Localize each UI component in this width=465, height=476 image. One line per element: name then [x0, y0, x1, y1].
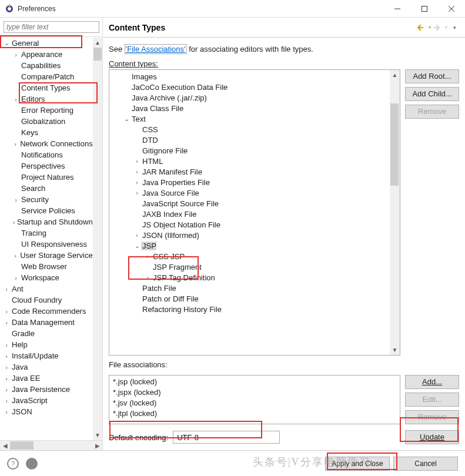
content-type-item[interactable]: JaCoCo Execution Data File [109, 82, 390, 92]
sidebar-item[interactable]: ›Install/Update [0, 350, 93, 361]
minimize-button[interactable] [384, 0, 411, 18]
content-type-item[interactable]: DTD [109, 135, 390, 145]
nav-forward-menu-icon[interactable]: ▾ [444, 23, 449, 32]
tree-twisty-icon[interactable]: › [133, 168, 141, 175]
tree-twisty-icon[interactable]: › [12, 274, 20, 281]
content-types-tree[interactable]: ImagesJaCoCo Execution Data FileJava Arc… [109, 70, 390, 355]
tree-twisty-icon[interactable]: › [12, 252, 19, 259]
content-type-item[interactable]: CSS [109, 124, 390, 135]
close-button[interactable] [438, 0, 465, 18]
sidebar-item[interactable]: ›Editors [0, 93, 93, 105]
content-type-item[interactable]: JavaScript Source File [109, 198, 390, 209]
nav-forward-icon[interactable] [433, 23, 443, 32]
sidebar-item[interactable]: ›Help [0, 339, 93, 350]
tree-twisty-icon[interactable]: › [133, 157, 141, 165]
tree-twisty-icon[interactable]: › [133, 179, 141, 186]
content-type-item[interactable]: JSP Fragment [109, 262, 390, 272]
sidebar-item[interactable]: ›Ant [0, 283, 93, 294]
scroll-left-icon[interactable]: ◀ [0, 441, 10, 450]
file-association-item[interactable]: *.jsv (locked) [113, 398, 396, 409]
sidebar-item[interactable]: ›Network Connections [0, 138, 93, 149]
sidebar-item[interactable]: Search [0, 183, 93, 194]
preferences-tree[interactable]: ⌄General›AppearanceCapabilitiesCompare/P… [0, 38, 93, 440]
content-type-item[interactable]: Patch File [109, 283, 390, 293]
tree-twisty-icon[interactable]: › [2, 341, 11, 348]
tree-twisty-icon[interactable]: › [133, 232, 141, 239]
file-association-item[interactable]: *.jspx (locked) [113, 388, 396, 398]
cancel-button[interactable]: Cancel [393, 457, 458, 471]
update-button[interactable]: Update [405, 430, 459, 444]
sidebar-item[interactable]: ›Startup and Shutdown [0, 216, 93, 227]
nav-back-menu-icon[interactable]: ▾ [427, 23, 432, 32]
tree-twisty-icon[interactable]: › [2, 364, 11, 371]
sidebar-item[interactable]: ›JSON [0, 406, 93, 417]
tree-twisty-icon[interactable]: › [2, 375, 11, 382]
sidebar-item[interactable]: ›Java [0, 361, 93, 373]
sidebar-hscrollbar[interactable]: ◀ ▶ [0, 440, 102, 450]
sidebar-item[interactable]: Compare/Patch [0, 71, 93, 82]
sidebar-item[interactable]: Service Policies [0, 205, 93, 216]
file-associations-list[interactable]: *.jsp (locked)*.jspx (locked)*.jsv (lock… [109, 375, 400, 424]
tree-twisty-icon[interactable]: › [12, 140, 19, 148]
sidebar-item[interactable]: UI Responsiveness [0, 239, 93, 250]
content-type-item[interactable]: JS Object Notation File [109, 219, 390, 230]
tree-twisty-icon[interactable]: › [2, 319, 11, 326]
remove-association-button[interactable]: Remove [405, 410, 459, 424]
scroll-up-icon[interactable]: ▲ [93, 38, 102, 48]
nav-back-icon[interactable] [417, 23, 426, 32]
scroll-down-icon[interactable]: ▼ [390, 345, 400, 355]
content-type-item[interactable]: ›JSON (Illformed) [109, 230, 390, 240]
import-export-icon[interactable] [26, 458, 38, 470]
scroll-down-icon[interactable]: ▼ [93, 430, 102, 440]
tree-twisty-icon[interactable]: ⌄ [133, 242, 141, 250]
content-type-item[interactable]: ›JAR Manifest File [109, 166, 390, 177]
sidebar-item[interactable]: Capabilities [0, 60, 93, 71]
content-type-item[interactable]: Patch or Diff File [109, 293, 390, 304]
sidebar-item[interactable]: Content Types [0, 82, 93, 93]
tree-twisty-icon[interactable]: › [2, 308, 11, 315]
add-root-button[interactable]: Add Root... [405, 69, 459, 83]
tree-twisty-icon[interactable]: › [12, 96, 20, 103]
sidebar-item[interactable]: Tracing [0, 227, 93, 239]
sidebar-item[interactable]: Gradle [0, 328, 93, 339]
default-encoding-input[interactable] [173, 431, 280, 444]
tree-twisty-icon[interactable]: › [12, 51, 20, 58]
content-type-item[interactable]: ›Java Properties File [109, 177, 390, 187]
tree-twisty-icon[interactable]: › [143, 274, 152, 281]
sidebar-item[interactable]: ›Appearance [0, 49, 93, 60]
sidebar-item[interactable]: Globalization [0, 116, 93, 127]
content-type-item[interactable]: Images [109, 71, 390, 82]
sidebar-item[interactable]: ›Java EE [0, 373, 93, 384]
filter-input[interactable] [4, 21, 99, 33]
sidebar-item[interactable]: Web Browser [0, 261, 93, 272]
sidebar-item[interactable]: Cloud Foundry [0, 294, 93, 306]
sidebar-item[interactable]: ›Workspace [0, 272, 93, 283]
content-type-item[interactable]: ›HTML [109, 156, 390, 166]
tree-twisty-icon[interactable]: › [2, 408, 11, 415]
tree-twisty-icon[interactable]: ⌄ [2, 39, 11, 47]
sidebar-item[interactable]: Project Natures [0, 172, 93, 183]
sidebar-item[interactable]: ›JavaScript [0, 395, 93, 406]
tree-twisty-icon[interactable]: › [2, 353, 11, 360]
scroll-up-icon[interactable]: ▲ [390, 70, 400, 80]
scroll-right-icon[interactable]: ▶ [92, 441, 102, 450]
content-type-item[interactable]: Refactoring History File [109, 304, 390, 314]
sidebar-item[interactable]: Notifications [0, 149, 93, 160]
content-type-item[interactable]: Java Class File [109, 103, 390, 113]
add-association-button[interactable]: Add... [405, 375, 459, 389]
sidebar-item[interactable]: ›Java Persistence [0, 384, 93, 395]
file-association-item[interactable]: *.jtpl (locked) [113, 409, 396, 420]
content-type-item[interactable]: ›JSP Tag Definition [109, 272, 390, 283]
ct-vscrollbar[interactable]: ▲ ▼ [390, 70, 400, 355]
nav-menu-icon[interactable]: ▾ [450, 23, 459, 32]
content-type-item[interactable]: Java Archive (.jar/.zip) [109, 92, 390, 103]
file-association-item[interactable]: *.jsp (locked) [113, 377, 396, 388]
tree-twisty-icon[interactable]: › [133, 189, 141, 196]
tree-twisty-icon[interactable]: › [12, 196, 20, 203]
content-type-item[interactable]: JAXB Index File [109, 209, 390, 219]
remove-content-type-button[interactable]: Remove [405, 105, 459, 119]
sidebar-item[interactable]: Perspectives [0, 160, 93, 172]
tree-twisty-icon[interactable]: › [2, 397, 11, 404]
edit-association-button[interactable]: Edit... [405, 393, 459, 407]
sidebar-item[interactable]: Error Reporting [0, 105, 93, 116]
